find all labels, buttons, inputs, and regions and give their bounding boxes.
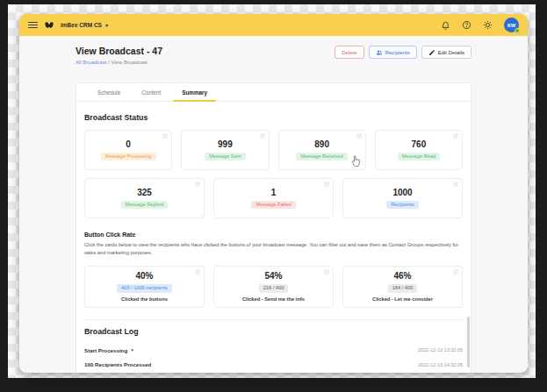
log-row-timestamp: 2022-12-13 14:32:05	[418, 362, 463, 367]
delete-button-label: Delete	[342, 50, 356, 55]
imbee-logo-icon	[44, 21, 54, 29]
click-card-let-me-consider[interactable]: 46% 184 / 400 Clicked - Let me consider	[342, 266, 463, 308]
open-in-new-icon[interactable]	[453, 182, 458, 187]
topbar-right: KW	[441, 18, 519, 32]
recipients-button[interactable]: Recipients	[369, 46, 417, 59]
chevron-down-icon: ▾	[105, 22, 108, 28]
breadcrumb-current: View Broadcast	[111, 60, 148, 65]
stat-value: 1000	[392, 188, 412, 197]
people-icon	[376, 49, 383, 56]
button-click-rate-description: Click the cards below to view the recipi…	[84, 241, 463, 258]
page-title: View Broadcast - 47	[76, 46, 162, 56]
click-ratio-badge: 400 / 1000 recipients	[117, 284, 172, 293]
stat-value: 325	[137, 188, 152, 197]
open-in-new-icon[interactable]	[356, 133, 362, 139]
click-percent: 46%	[393, 271, 411, 281]
breadcrumb: All Broadcast / View Broadcast	[76, 60, 162, 65]
stat-value: 999	[218, 139, 233, 149]
delete-button[interactable]: Delete	[335, 46, 363, 59]
stat-card-message-read[interactable]: 760 Message Read	[375, 130, 463, 170]
stat-value: 760	[412, 139, 427, 149]
click-ratio-badge: 216 / 400	[259, 284, 289, 293]
user-avatar[interactable]: KW	[504, 18, 519, 32]
stat-card-message-processing[interactable]: 0 Message Processing	[84, 130, 172, 170]
app-window: imBee CRM CS ▾	[19, 14, 528, 373]
open-in-new-icon[interactable]	[195, 269, 200, 274]
stat-label-badge: Message Received	[296, 153, 347, 161]
click-caption: Clicked - Send me the info	[242, 296, 305, 302]
tab-schedule[interactable]: Schedule	[87, 89, 131, 101]
status-row-1: 0 Message Processing 999 Message Sent 89…	[84, 130, 463, 170]
open-in-new-icon[interactable]	[324, 182, 329, 187]
stat-label-badge: Message Processing	[101, 153, 156, 161]
stat-label-badge: Recipients	[386, 201, 419, 210]
stat-label-badge: Message Replied	[121, 201, 169, 210]
stat-value: 1	[271, 188, 277, 197]
broadcast-log-heading: Broadcast Log	[84, 327, 463, 336]
tab-content[interactable]: Content	[131, 89, 171, 101]
topbar: imBee CRM CS ▾	[19, 14, 528, 36]
stat-card-recipients[interactable]: 1000 Recipients	[342, 178, 463, 218]
click-percent: 40%	[135, 271, 153, 281]
stat-value: 0	[126, 139, 131, 149]
breadcrumb-link-all-broadcast[interactable]: All Broadcast	[76, 60, 106, 65]
log-row-label: 100 Recipients Processed	[84, 361, 151, 367]
click-percent: 54%	[264, 271, 282, 281]
stat-card-message-received[interactable]: 890 Message Received	[278, 130, 366, 170]
open-in-new-icon[interactable]	[453, 133, 458, 139]
open-in-new-icon[interactable]	[195, 182, 200, 187]
stat-value: 890	[314, 139, 329, 149]
section-divider	[84, 319, 463, 320]
log-row-start-processing[interactable]: Start Processing ▾ 2022-12-13 13:32:05	[84, 343, 463, 358]
pencil-icon	[428, 49, 435, 56]
page-header: View Broadcast - 47 All Broadcast / View…	[76, 46, 471, 65]
stat-card-message-sent[interactable]: 999 Message Sent	[181, 130, 269, 170]
stat-card-message-replied[interactable]: 325 Message Replied	[84, 178, 205, 218]
stat-card-message-failed[interactable]: 1 Message Failed	[213, 178, 334, 218]
click-card-buttons[interactable]: 40% 400 / 1000 recipients Clicked the bu…	[84, 266, 205, 308]
online-status-dot	[515, 28, 520, 33]
status-row-2: 325 Message Replied 1 Message Failed 100…	[84, 178, 463, 218]
open-in-new-icon[interactable]	[453, 269, 458, 274]
log-row-timestamp: 2022-12-13 13:32:05	[418, 347, 463, 353]
header-actions: Delete Recipients Edit Details	[335, 46, 471, 59]
click-rate-row: 40% 400 / 1000 recipients Clicked the bu…	[84, 266, 463, 308]
settings-gear-icon[interactable]	[483, 20, 493, 30]
open-in-new-icon[interactable]	[324, 269, 329, 274]
click-ratio-badge: 184 / 400	[388, 284, 418, 293]
tab-summary[interactable]: Summary	[171, 89, 218, 101]
avatar-initials: KW	[507, 23, 515, 28]
click-card-send-info[interactable]: 54% 216 / 400 Clicked - Send me the info	[213, 266, 334, 308]
menu-icon[interactable]	[28, 22, 38, 29]
stat-label-badge: Message Read	[398, 153, 440, 161]
open-in-new-icon[interactable]	[162, 133, 168, 139]
stat-label-badge: Message Sent	[205, 153, 245, 161]
notifications-bell-icon[interactable]	[441, 20, 450, 30]
chevron-down-icon[interactable]: ▾	[131, 347, 133, 353]
summary-card: Schedule Content Summary Broadcast Statu…	[76, 82, 471, 373]
edit-details-button-label: Edit Details	[438, 50, 464, 55]
log-row-200-processed[interactable]: 200 Recipients Processed 2022-12-13 15:3…	[84, 372, 463, 373]
open-in-new-icon[interactable]	[260, 133, 265, 139]
edit-details-button[interactable]: Edit Details	[421, 46, 471, 59]
log-row-100-processed[interactable]: 100 Recipients Processed 2022-12-13 14:3…	[84, 357, 463, 372]
org-switcher[interactable]: imBee CRM CS ▾	[61, 22, 108, 28]
broadcast-log-list: Start Processing ▾ 2022-12-13 13:32:05 1…	[84, 343, 463, 373]
stat-label-badge: Message Failed	[251, 201, 295, 210]
broadcast-status-heading: Broadcast Status	[84, 113, 463, 122]
click-caption: Clicked - Let me consider	[372, 296, 433, 302]
button-click-rate-heading: Button Click Rate	[84, 232, 463, 238]
tab-bar: Schedule Content Summary	[76, 83, 471, 102]
card-scrollbar[interactable]	[467, 317, 470, 367]
recipients-button-label: Recipients	[385, 50, 410, 55]
click-caption: Clicked the buttons	[121, 296, 168, 302]
log-row-label: Start Processing	[84, 347, 127, 353]
help-icon[interactable]	[462, 20, 471, 30]
org-label: imBee CRM CS	[61, 22, 102, 28]
